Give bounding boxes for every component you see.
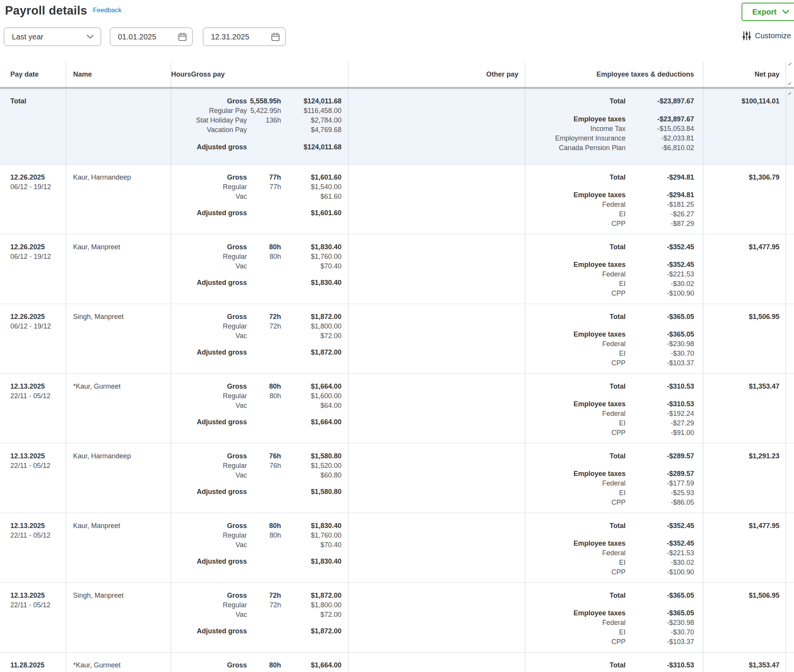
net-pay: $1,353.47 xyxy=(703,374,786,443)
table-row: 12.13.2025 22/11 - 05/12 Kaur, Manpreet … xyxy=(0,513,794,582)
employee-name: Kaur, Manpreet xyxy=(66,234,171,304)
pay-date-cell: 11.28.2025 08/11 - 21/11 xyxy=(0,652,66,672)
total-gross-cell: Gross5,558.95h$124,011.68 Regular Pay5,4… xyxy=(171,89,348,164)
tax-line: Employee taxes-$294.81 xyxy=(525,190,694,200)
gross-line: Vac$61.60 xyxy=(171,192,341,201)
tax-total-line: Total-$365.05 xyxy=(525,312,694,322)
gross-line: Regular80h$1,600.00 xyxy=(171,670,341,672)
taxes-cell: Total-$310.53 Employee taxes-$310.53Fede… xyxy=(525,374,703,443)
table-row: 12.13.2025 22/11 - 05/12 Singh, Manpreet… xyxy=(0,582,794,652)
taxes-cell: Total-$294.81 Employee taxes-$294.81Fede… xyxy=(525,165,703,234)
payroll-details-page: Payroll details Feedback Export Customiz… xyxy=(0,0,794,672)
total-taxes-cell: Total-$23,897.67 Employee taxes-$23,897.… xyxy=(525,89,703,164)
table-row: 12.13.2025 22/11 - 05/12 Kaur, Harmandee… xyxy=(0,443,794,513)
adjusted-gross-line: Adjusted gross$1,830.40 xyxy=(171,557,341,566)
gross-cell: Gross80h$1,664.00Regular80h$1,600.00Vac$… xyxy=(171,374,348,443)
pay-period: 22/11 - 05/12 xyxy=(10,531,66,540)
header-gross-pay: Gross pay xyxy=(191,70,225,78)
table-header-row: Pay date Name Hours Gross pay Other pay … xyxy=(0,62,794,87)
tax-total-line: Total-$365.05 xyxy=(525,591,694,600)
table-row: 11.28.2025 08/11 - 21/11 *Kaur, Gurmeet … xyxy=(0,652,794,672)
gross-cell: Gross80h$1,830.40Regular80h$1,760.00Vac$… xyxy=(171,234,348,304)
customize-button[interactable]: Customize xyxy=(742,31,794,41)
tax-line: EI-$30.02 xyxy=(525,279,694,289)
export-button[interactable]: Export xyxy=(742,3,794,21)
header-name: Name xyxy=(66,62,171,87)
end-date-input[interactable] xyxy=(203,33,268,41)
tax-line: Federal-$192.24 xyxy=(525,409,694,419)
tax-line: Employee taxes-$365.05 xyxy=(525,330,694,339)
gross-line: Gross80h$1,830.40 xyxy=(171,242,341,252)
tax-line: Federal-$177.59 xyxy=(525,479,694,488)
end-date-field xyxy=(203,28,286,46)
employee-name: Kaur, Harmandeep xyxy=(66,443,171,513)
tax-line: CPP-$103.37 xyxy=(525,358,694,368)
employee-name: *Kaur, Gurmeet xyxy=(66,374,171,443)
calendar-icon[interactable] xyxy=(270,32,281,42)
tax-line: CPP-$100.90 xyxy=(525,289,694,298)
other-pay-cell xyxy=(348,234,525,304)
calendar-icon[interactable] xyxy=(177,32,188,42)
header-other-pay: Other pay xyxy=(348,62,525,87)
total-row: Total Gross5,558.95h$124,011.68 Regular … xyxy=(0,89,794,164)
tax-line: Federal-$221.53 xyxy=(525,270,694,279)
gross-line: Regular77h$1,540.00 xyxy=(171,182,341,192)
period-select[interactable]: Last year xyxy=(4,28,101,46)
pay-date-cell: 12.26.2025 06/12 - 19/12 xyxy=(0,304,66,373)
adjusted-gross-line: Adjusted gross$1,830.40 xyxy=(171,278,341,288)
header-hours: Hours xyxy=(171,70,191,78)
tax-total-line: Total-$289.57 xyxy=(525,451,694,461)
start-date-input[interactable] xyxy=(110,33,175,41)
gross-line: Gross77h$1,601.60 xyxy=(171,173,341,182)
tax-line: EI-$27.29 xyxy=(525,419,694,428)
adjusted-gross-line: Adjusted gross$1,580.80 xyxy=(171,487,341,497)
taxes-cell: Total-$365.05 Employee taxes-$365.05Fede… xyxy=(525,304,703,373)
gross-cell: Gross72h$1,872.00Regular72h$1,800.00Vac$… xyxy=(171,583,348,652)
tax-line: CPP-$86.05 xyxy=(525,498,694,507)
tax-total-line: Total-$310.53 xyxy=(525,382,694,391)
gross-line: Stat Holiday Pay136h$2,784.00 xyxy=(171,116,341,125)
gross-line: Gross5,558.95h$124,011.68 xyxy=(171,96,341,106)
gross-cell: Gross77h$1,601.60Regular77h$1,540.00Vac$… xyxy=(171,165,348,234)
gross-line: Vac$72.00 xyxy=(171,331,341,341)
pay-date: 12.13.2025 xyxy=(10,521,66,531)
other-pay-cell xyxy=(348,513,525,582)
gross-line: Regular80h$1,600.00 xyxy=(171,391,341,401)
taxes-cell: Total-$310.53 Employee taxes-$310.53Fede… xyxy=(525,652,703,672)
start-date-field xyxy=(110,28,193,46)
pay-date-cell: 12.26.2025 06/12 - 19/12 xyxy=(0,165,66,234)
pay-period: 08/11 - 21/11 xyxy=(10,670,66,672)
gross-line: Vac$70.40 xyxy=(171,262,341,271)
gross-line: Vacation Pay$4,769.68 xyxy=(171,125,341,135)
tax-line: EI-$25.93 xyxy=(525,488,694,498)
pay-date-cell: 12.13.2025 22/11 - 05/12 xyxy=(0,443,66,513)
other-pay-cell xyxy=(348,165,525,234)
gross-line: Gross80h$1,664.00 xyxy=(171,382,341,391)
employee-name: Kaur, Manpreet xyxy=(66,513,171,582)
employee-name: *Kaur, Gurmeet xyxy=(66,652,171,672)
gross-cell: Gross72h$1,872.00Regular72h$1,800.00Vac$… xyxy=(171,304,348,373)
pay-date: 11.28.2025 xyxy=(10,661,66,670)
net-pay: $1,306.79 xyxy=(703,165,786,234)
table-row: 12.13.2025 22/11 - 05/12 *Kaur, Gurmeet … xyxy=(0,373,794,443)
gross-line: Regular Pay5,422.95h$116,458.00 xyxy=(171,106,341,116)
pay-date-cell: 12.13.2025 22/11 - 05/12 xyxy=(0,513,66,582)
payroll-table: Pay date Name Hours Gross pay Other pay … xyxy=(0,62,794,672)
sliders-icon xyxy=(742,31,751,41)
gross-line: Regular72h$1,800.00 xyxy=(171,600,341,610)
other-pay-cell xyxy=(348,652,525,672)
gross-line: Vac$60.80 xyxy=(171,471,341,480)
adjusted-gross-line: Adjusted gross$1,601.60 xyxy=(171,208,341,218)
pay-period: 22/11 - 05/12 xyxy=(10,600,66,610)
pay-period: 22/11 - 05/12 xyxy=(10,461,66,471)
pay-period: 06/12 - 19/12 xyxy=(10,182,66,192)
gross-line: Gross80h$1,664.00 xyxy=(171,661,341,670)
net-pay: $1,506.95 xyxy=(703,583,786,652)
filter-bar: Last year xyxy=(4,28,286,46)
tax-line: Federal-$221.53 xyxy=(525,548,694,558)
tax-total-line: Total-$294.81 xyxy=(525,173,694,182)
pay-date: 12.13.2025 xyxy=(10,591,66,600)
tax-line: Employee taxes-$310.53 xyxy=(525,399,694,409)
feedback-link[interactable]: Feedback xyxy=(93,7,122,14)
taxes-cell: Total-$352.45 Employee taxes-$352.45Fede… xyxy=(525,513,703,582)
